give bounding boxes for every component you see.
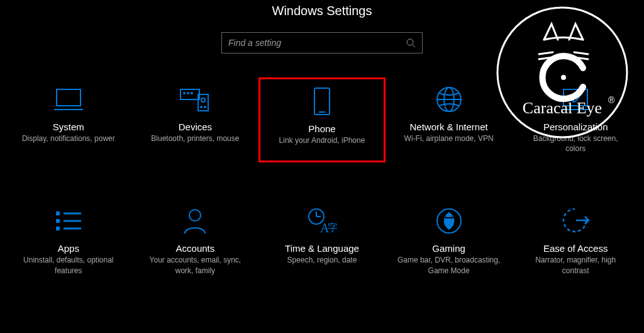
svg-point-11 bbox=[204, 106, 206, 108]
tile-desc: Background, lock screen, colors bbox=[522, 133, 629, 154]
svg-rect-12 bbox=[314, 88, 330, 115]
svg-rect-21 bbox=[56, 227, 60, 230]
tile-network[interactable]: Network & Internet Wi-Fi, airplane mode,… bbox=[386, 77, 513, 162]
search-input[interactable] bbox=[228, 38, 406, 48]
svg-rect-2 bbox=[57, 89, 80, 106]
tile-apps[interactable]: Apps Uninstall, defaults, optional featu… bbox=[5, 199, 132, 284]
tile-desc: Your accounts, email, sync, work, family bbox=[142, 255, 248, 275]
globe-icon bbox=[435, 84, 463, 115]
tile-desc: Speech, region, date bbox=[287, 255, 357, 265]
svg-point-10 bbox=[201, 106, 202, 108]
tile-desc: Narrator, magnifier, high contrast bbox=[522, 255, 629, 275]
tile-gaming[interactable]: Gaming Game bar, DVR, broadcasting, Game… bbox=[386, 199, 513, 284]
tile-desc: Uninstall, defaults, optional features bbox=[15, 255, 122, 275]
tile-title: Network & Internet bbox=[409, 121, 487, 132]
svg-point-5 bbox=[184, 93, 185, 94]
phone-icon bbox=[313, 86, 331, 117]
tile-desc: Display, notifications, power bbox=[22, 133, 115, 144]
svg-rect-4 bbox=[180, 89, 199, 99]
svg-point-6 bbox=[187, 93, 189, 94]
svg-rect-20 bbox=[56, 219, 60, 223]
time-language-icon: A 字 bbox=[307, 205, 337, 237]
svg-text:字: 字 bbox=[328, 222, 337, 233]
svg-point-0 bbox=[407, 39, 413, 45]
tile-title: Accounts bbox=[176, 243, 215, 254]
accounts-icon bbox=[182, 205, 208, 237]
page-title: Windows Settings bbox=[0, 4, 644, 18]
tile-desc: Wi-Fi, airplane mode, VPN bbox=[404, 133, 494, 144]
search-input-wrapper[interactable] bbox=[221, 32, 423, 54]
svg-line-1 bbox=[413, 45, 415, 47]
tile-devices[interactable]: Devices Bluetooth, printers, mouse bbox=[132, 77, 259, 162]
devices-icon bbox=[179, 84, 211, 115]
ease-of-access-icon bbox=[561, 205, 590, 237]
tile-system[interactable]: System Display, notifications, power bbox=[5, 77, 132, 162]
tile-title: Time & Language bbox=[285, 243, 359, 254]
svg-point-7 bbox=[191, 93, 192, 94]
tile-ease-of-access[interactable]: Ease of Access Narrator, magnifier, high… bbox=[512, 199, 639, 284]
system-icon bbox=[54, 84, 83, 115]
tile-title: Ease of Access bbox=[543, 243, 608, 254]
tile-title: Gaming bbox=[432, 243, 465, 254]
tile-title: Phone bbox=[308, 123, 335, 134]
search-icon bbox=[406, 38, 416, 48]
tile-phone[interactable]: Phone Link your Android, iPhone bbox=[258, 77, 386, 162]
apps-icon bbox=[55, 205, 82, 237]
settings-grid: System Display, notifications, power Dev… bbox=[0, 54, 644, 285]
tile-desc: Game bar, DVR, broadcasting, Game Mode bbox=[396, 255, 502, 275]
personalization-icon bbox=[561, 84, 590, 115]
svg-point-25 bbox=[189, 210, 201, 221]
svg-point-9 bbox=[201, 98, 205, 102]
tile-desc: Link your Android, iPhone bbox=[279, 135, 365, 145]
tile-title: Apps bbox=[58, 243, 79, 254]
tile-desc: Bluetooth, printers, mouse bbox=[151, 133, 239, 144]
gaming-icon bbox=[435, 205, 463, 237]
tile-time-language[interactable]: A 字 Time & Language Speech, region, date bbox=[258, 199, 386, 284]
svg-rect-19 bbox=[56, 212, 60, 215]
tile-title: System bbox=[53, 121, 84, 132]
tile-title: Devices bbox=[179, 121, 212, 132]
tile-personalization[interactable]: Personalization Background, lock screen,… bbox=[512, 77, 639, 162]
tile-accounts[interactable]: Accounts Your accounts, email, sync, wor… bbox=[132, 199, 259, 284]
tile-title: Personalization bbox=[543, 121, 608, 132]
